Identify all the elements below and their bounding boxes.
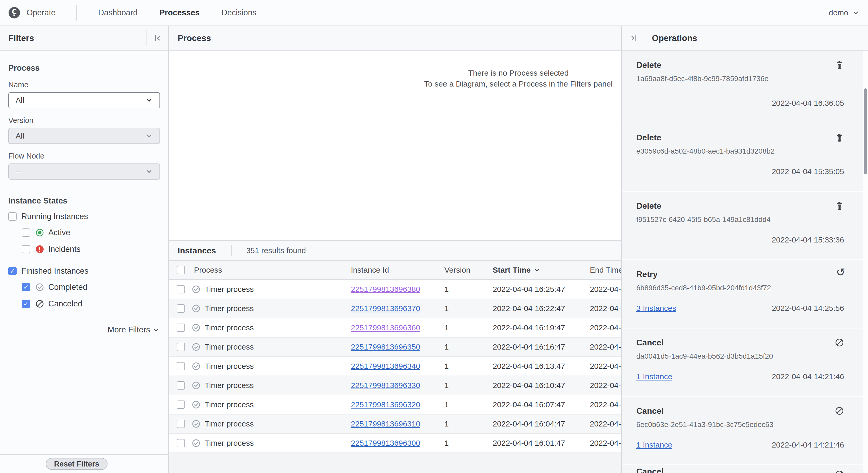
instance-id-link[interactable]: 2251799813696360 xyxy=(351,323,420,332)
operate-app: C Operate Dashboard Processes Decisions … xyxy=(0,0,868,473)
version-cell: 1 xyxy=(444,323,493,332)
instance-id-link[interactable]: 2251799813696370 xyxy=(351,304,420,313)
completed-state-icon xyxy=(192,419,200,428)
completed-state-icon xyxy=(192,400,200,409)
process-name-cell: Timer process xyxy=(205,304,351,313)
more-filters-toggle[interactable]: More Filters xyxy=(8,325,159,334)
filter-running-instances: Running Instances xyxy=(8,212,160,221)
process-name-cell: Timer process xyxy=(205,285,351,294)
finished-instances-label: Finished Instances xyxy=(21,266,88,276)
row-checkbox[interactable] xyxy=(177,304,185,313)
start-time-cell: 2022-04-04 16:13:47 xyxy=(493,362,590,371)
operation-entry: Delete e3059c6d-a502-48b0-aec1-ba931d320… xyxy=(622,123,863,191)
collapse-left-icon xyxy=(153,34,162,42)
row-checkbox[interactable] xyxy=(177,362,185,371)
operation-action: Cancel xyxy=(636,406,844,416)
start-time-cell: 2022-04-04 16:25:47 xyxy=(493,285,590,294)
instance-id-link[interactable]: 2251799813696340 xyxy=(351,362,420,371)
process-name-select[interactable]: All xyxy=(8,92,160,108)
operation-timestamp: 2022-04-04 16:36:05 xyxy=(772,99,844,108)
cancel-icon xyxy=(835,470,844,473)
row-checkbox[interactable] xyxy=(177,381,185,390)
process-name-cell: Timer process xyxy=(205,323,351,332)
nav-tab-processes[interactable]: Processes xyxy=(159,8,200,18)
canceled-checkbox[interactable] xyxy=(22,300,30,308)
operation-id: e3059c6d-a502-48b0-aec1-ba931d3208b2 xyxy=(636,147,844,155)
row-checkbox[interactable] xyxy=(177,439,185,447)
row-checkbox[interactable] xyxy=(177,420,185,428)
operation-entry: Cancel xyxy=(622,465,863,473)
nav-divider xyxy=(76,5,77,21)
column-header-start-time[interactable]: Start Time xyxy=(493,266,590,274)
collapse-operations-button[interactable] xyxy=(627,26,641,51)
operation-action: Cancel xyxy=(636,338,844,348)
camunda-logo-icon: C xyxy=(8,7,20,19)
operation-action: Delete xyxy=(636,60,844,70)
canceled-label: Canceled xyxy=(48,299,82,308)
operations-panel-header: Operations xyxy=(622,26,868,51)
incidents-checkbox[interactable] xyxy=(22,245,30,254)
instance-id-link[interactable]: 2251799813696330 xyxy=(351,381,420,390)
operation-entry: Delete f951527c-6420-45f5-b65a-149a1c81d… xyxy=(622,192,863,259)
operation-instances-link[interactable]: 1 Instance xyxy=(636,441,672,449)
process-panel-title: Process xyxy=(178,33,211,43)
row-checkbox[interactable] xyxy=(177,401,185,409)
row-checkbox[interactable] xyxy=(177,343,185,351)
operation-timestamp: 2022-04-04 14:21:46 xyxy=(772,441,844,449)
instance-id-link[interactable]: 2251799813696300 xyxy=(351,439,420,447)
completed-state-icon xyxy=(192,343,200,351)
instance-id-link[interactable]: 2251799813696350 xyxy=(351,343,420,351)
completed-state-icon xyxy=(192,285,200,294)
instance-id-link[interactable]: 2251799813696320 xyxy=(351,400,420,409)
select-all-checkbox[interactable] xyxy=(177,266,185,274)
operation-entry: Cancel 6ec0b63e-2e51-41a3-91bc-3c75c5ede… xyxy=(622,397,863,465)
name-label: Name xyxy=(8,81,160,89)
nav-tab-decisions[interactable]: Decisions xyxy=(221,8,256,18)
filters-body: Process Name All Version All Flow Node xyxy=(0,63,168,334)
reset-filters-button[interactable]: Reset Filters xyxy=(46,458,107,470)
running-instances-label: Running Instances xyxy=(21,212,88,221)
trash-icon xyxy=(835,133,844,142)
column-header-process: Process xyxy=(194,266,351,274)
flow-node-select[interactable]: -- xyxy=(8,164,160,180)
operation-action: Cancel xyxy=(636,467,844,473)
instances-title: Instances xyxy=(178,246,216,256)
results-count: 351 results found xyxy=(246,246,306,255)
collapse-filters-button[interactable] xyxy=(147,26,168,51)
completed-checkbox[interactable] xyxy=(22,283,30,291)
filter-incidents: Incidents xyxy=(8,244,160,254)
row-checkbox[interactable] xyxy=(177,285,185,293)
operations-title: Operations xyxy=(652,33,697,43)
incident-state-icon xyxy=(35,245,44,254)
start-time-cell: 2022-04-04 16:04:47 xyxy=(493,419,590,428)
filter-canceled: Canceled xyxy=(8,299,160,308)
process-version-select[interactable]: All xyxy=(8,128,160,144)
operations-scrollbar[interactable] xyxy=(864,88,867,174)
instance-id-link[interactable]: 2251799813696310 xyxy=(351,419,420,428)
process-name-cell: Timer process xyxy=(205,343,351,351)
finished-instances-checkbox[interactable] xyxy=(8,267,17,275)
start-time-cell: 2022-04-04 16:10:47 xyxy=(493,381,590,390)
operation-timestamp: 2022-04-04 14:21:46 xyxy=(772,372,844,381)
operation-id: 6ec0b63e-2e51-41a3-91bc-3c75c5edec63 xyxy=(636,420,844,429)
operation-instances-link[interactable]: 3 Instances xyxy=(636,304,676,313)
chevron-down-icon xyxy=(852,9,859,16)
start-time-cell: 2022-04-04 16:16:47 xyxy=(493,343,590,351)
operation-entry: Retry 6b896d35-ced8-41b9-95bd-204fd1d43f… xyxy=(622,260,863,328)
start-time-cell: 2022-04-04 16:19:47 xyxy=(493,323,590,332)
completed-state-icon xyxy=(192,304,200,313)
operation-instances-link[interactable]: 1 Instance xyxy=(636,372,672,381)
app-name: Operate xyxy=(27,8,56,18)
instance-id-link[interactable]: 2251799813696380 xyxy=(351,285,420,293)
completed-state-icon xyxy=(192,323,200,332)
row-checkbox[interactable] xyxy=(177,324,185,332)
version-cell: 1 xyxy=(444,419,493,428)
chevron-down-icon xyxy=(146,132,153,140)
nav-tab-dashboard[interactable]: Dashboard xyxy=(98,8,138,18)
running-instances-checkbox[interactable] xyxy=(8,212,17,220)
completed-state-icon xyxy=(192,362,200,371)
process-name-cell: Timer process xyxy=(205,381,351,390)
user-menu[interactable]: demo xyxy=(829,8,859,17)
user-name: demo xyxy=(829,8,848,17)
active-checkbox[interactable] xyxy=(22,229,30,237)
